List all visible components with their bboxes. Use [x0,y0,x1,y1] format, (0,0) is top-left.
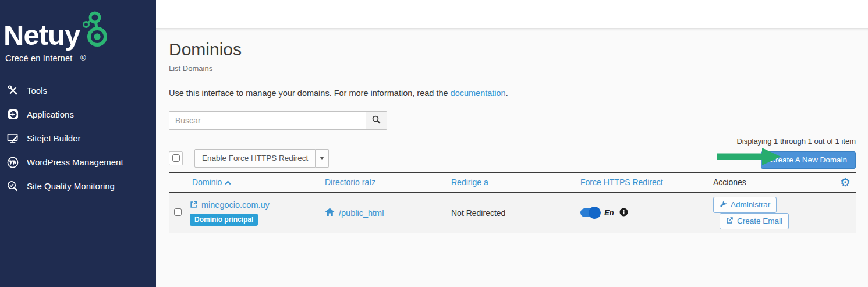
sidebar: Netuy Crecé en Internet ® [0,0,156,287]
applications-icon [6,109,19,120]
site-quality-monitoring-icon [6,180,19,192]
registered-mark: ® [80,54,86,62]
sidebar-item-label: Applications [27,109,74,119]
description-period: . [506,88,508,98]
header-domain[interactable]: Dominio [190,178,325,187]
domain-cell: minegocio.com.uy Dominio principal [190,200,325,226]
domain-name: minegocio.com.uy [201,200,270,210]
annotation-arrow-icon [717,147,781,168]
enable-force-https-button[interactable]: Enable Force HTTPS Redirect [194,149,316,168]
main-area: Dominios List Domains Use this interface… [156,0,868,287]
search-row [169,111,856,130]
toggle-knob-icon [589,207,601,219]
force-https-cell: En [580,208,711,218]
netuy-tagline: Crecé en Internet [5,54,72,63]
top-bar [156,0,868,28]
sidebar-item-label: Sitejet Builder [27,133,81,143]
manage-button[interactable]: Administrar [713,197,777,213]
search-icon [372,115,381,126]
sidebar-item-label: Site Quality Monitoring [27,181,115,191]
header-force-https-label: Force HTTPS Redirect [580,178,663,187]
bulk-action-split-button: Enable Force HTTPS Redirect [194,149,329,168]
force-https-toggle[interactable] [580,208,599,217]
header-actions-label: Acciones [713,178,746,187]
document-root-path: /public_html [339,208,384,218]
table-settings[interactable]: ⚙ [835,176,856,188]
sidebar-item-wordpress-management[interactable]: WordPress Management [0,150,156,174]
header-document-root[interactable]: Directorio raíz [325,178,451,187]
sidebar-item-label: Tools [27,86,47,95]
toggle-state-label: En [604,208,614,217]
create-email-button-label: Create Email [737,217,782,225]
sidebar-nav: Tools Applications [0,79,156,198]
bulk-action-dropdown-button[interactable] [316,149,329,168]
sidebar-item-label: WordPress Management [27,157,123,167]
info-icon[interactable] [619,208,628,218]
redirect-status: Not Redirected [451,208,505,218]
app-window: Netuy Crecé en Internet ® [0,0,868,287]
document-root-link[interactable]: /public_html [325,208,451,218]
sidebar-item-applications[interactable]: Applications [0,102,156,126]
sidebar-item-site-quality-monitoring[interactable]: Site Quality Monitoring [0,174,156,198]
documentation-link[interactable]: documentation [451,88,506,98]
select-all-checkbox[interactable] [172,154,180,162]
sidebar-item-sitejet-builder[interactable]: Sitejet Builder [0,126,156,150]
tools-icon [6,85,19,96]
sidebar-item-tools[interactable]: Tools [0,79,156,102]
search-button[interactable] [366,111,387,130]
create-email-button[interactable]: Create Email [720,213,789,229]
page-description: Use this interface to manage your domain… [169,88,856,98]
page-title: Dominios [169,28,856,60]
domains-table: Dominio Directorio raíz Redirige a Force… [169,172,856,233]
sitejet-builder-icon [6,133,19,144]
netuy-logo-icon [80,9,112,51]
header-domain-label: Dominio [192,178,222,187]
header-force-https[interactable]: Force HTTPS Redirect [580,178,711,187]
main-domain-badge: Dominio principal [190,214,258,226]
header-redirects-to[interactable]: Redirige a [451,178,580,187]
external-link-icon [190,200,198,210]
netuy-logo-text: Netuy [3,21,80,49]
domain-link[interactable]: minegocio.com.uy [190,200,325,210]
sort-asc-icon [225,178,231,187]
gear-icon: ⚙ [840,176,851,188]
description-text: Use this interface to manage your domain… [169,88,451,98]
page-subtitle: List Domains [169,64,856,73]
external-link-icon [726,217,734,226]
document-root-cell: /public_html [325,208,451,218]
row-checkbox[interactable] [174,208,182,216]
manage-button-label: Administrar [731,200,770,209]
home-icon [325,208,335,218]
bulk-actions: Enable Force HTTPS Redirect [169,149,329,168]
pagination-status: Displaying 1 through 1 out of 1 item [736,137,856,146]
header-redirects-to-label: Redirige a [451,178,488,187]
actions-cell: Administrar Create Email [711,197,835,229]
header-document-root-label: Directorio raíz [325,178,375,187]
wordpress-icon [6,157,19,168]
caret-down-icon [320,157,324,160]
select-all-checkbox-wrap [169,151,183,165]
row-checkbox-cell [169,208,190,218]
wrench-icon [720,200,727,210]
header-actions: Acciones [711,178,835,187]
search-input[interactable] [169,111,366,130]
table-header-row: Dominio Directorio raíz Redirige a Force… [169,173,856,193]
redirects-to-cell: Not Redirected [451,208,580,218]
table-row: minegocio.com.uy Dominio principal /publ… [169,193,856,233]
